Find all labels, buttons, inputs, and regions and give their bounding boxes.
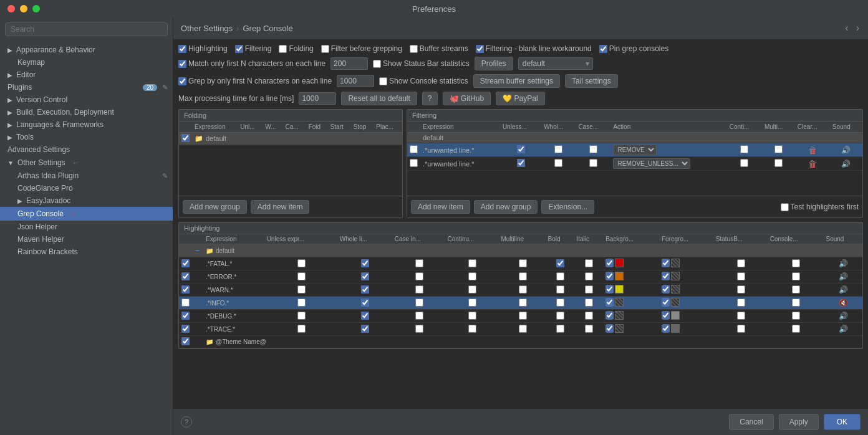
hl-row-multiline[interactable] bbox=[499, 310, 546, 323]
maximize-button[interactable] bbox=[32, 5, 40, 12]
table-row[interactable]: .*ERROR.* bbox=[179, 270, 862, 284]
sound-icon[interactable]: 🔊 bbox=[839, 325, 848, 333]
hl-row-foreground[interactable] bbox=[660, 323, 714, 336]
flt-row-multi[interactable] bbox=[762, 157, 795, 171]
hl-row-consoled[interactable] bbox=[768, 323, 824, 336]
bg-color-swatch[interactable] bbox=[615, 259, 624, 267]
hl-row-whole[interactable] bbox=[338, 310, 393, 323]
sidebar-item-editor[interactable]: ▶ Editor bbox=[0, 69, 173, 81]
hl-row-case[interactable] bbox=[393, 270, 446, 284]
hl-row-continu[interactable] bbox=[446, 270, 499, 284]
cb-match-first-n[interactable]: Match only first N characters on each li… bbox=[178, 59, 326, 68]
bg-pattern-swatch[interactable] bbox=[615, 298, 624, 307]
hl-row-sound[interactable]: 🔊 bbox=[824, 270, 862, 284]
hl-row-bold[interactable] bbox=[546, 257, 575, 270]
hl-row-italic[interactable] bbox=[574, 297, 604, 310]
table-row[interactable]: 📁@Theme Name@ bbox=[179, 336, 862, 348]
flt-row-clear[interactable]: 🗑 bbox=[795, 143, 830, 157]
hl-row-cb[interactable] bbox=[179, 336, 191, 348]
sound-icon[interactable]: 🔊 bbox=[841, 146, 851, 155]
cb-filtering[interactable]: Filtering bbox=[235, 44, 272, 53]
sound-icon[interactable]: 🔊 bbox=[839, 272, 848, 281]
flt-action-select[interactable]: REMOVE bbox=[613, 145, 657, 155]
match-first-n-checkbox[interactable] bbox=[178, 60, 186, 68]
hl-row-case[interactable] bbox=[393, 297, 446, 310]
hl-row-background[interactable] bbox=[604, 297, 660, 310]
grep-first-n-checkbox[interactable] bbox=[178, 77, 186, 85]
hl-row-bold[interactable] bbox=[546, 284, 575, 297]
flt-row-cb[interactable] bbox=[407, 143, 420, 157]
bg-pattern-swatch[interactable] bbox=[615, 311, 624, 320]
apply-button[interactable]: Apply bbox=[779, 414, 819, 430]
cb-filtering-blank[interactable]: Filtering - blank line workaround bbox=[476, 44, 592, 53]
table-row[interactable]: .*unwanted line.* REMOVE 🗑 bbox=[407, 143, 862, 157]
minimize-button[interactable] bbox=[20, 5, 27, 12]
folding-add-group-button[interactable]: Add new group bbox=[183, 200, 247, 214]
flt-row-case[interactable] bbox=[576, 143, 610, 157]
filtering-add-item-button[interactable]: Add new item bbox=[411, 200, 470, 214]
cb-show-status-bar[interactable]: Show Status Bar statistics bbox=[373, 59, 470, 68]
sidebar-item-tools[interactable]: ▶ Tools bbox=[0, 131, 173, 143]
hl-row-continu[interactable] bbox=[446, 323, 499, 336]
fg-color-swatch[interactable] bbox=[671, 324, 680, 333]
hl-row-background[interactable] bbox=[604, 284, 660, 297]
hl-row-italic[interactable] bbox=[574, 284, 604, 297]
fg-color-swatch[interactable] bbox=[671, 311, 680, 320]
sound-muted-icon[interactable]: 🔇 bbox=[839, 299, 848, 307]
sidebar-item-keymap[interactable]: Keymap bbox=[0, 56, 173, 69]
flt-row-clear[interactable]: 🗑 bbox=[795, 157, 830, 171]
hl-row-consoled[interactable] bbox=[768, 284, 824, 297]
hl-row-background[interactable] bbox=[604, 257, 660, 270]
sidebar-item-grep-console[interactable]: Grep Console ← bbox=[0, 207, 173, 221]
sidebar-item-build[interactable]: ▶ Build, Execution, Deployment bbox=[0, 106, 173, 118]
flt-row-action[interactable]: REMOVE bbox=[610, 143, 726, 157]
flt-row-conti[interactable] bbox=[727, 143, 762, 157]
minus-icon[interactable]: − bbox=[193, 246, 201, 256]
tail-settings-button[interactable]: Tail settings bbox=[565, 74, 618, 88]
hl-row-statusb[interactable] bbox=[714, 284, 768, 297]
cancel-button[interactable]: Cancel bbox=[729, 414, 773, 430]
hl-row-continu[interactable] bbox=[446, 284, 499, 297]
hl-row-minus[interactable]: − bbox=[191, 244, 204, 257]
table-row[interactable]: − 📁default bbox=[179, 244, 862, 257]
plugins-edit-icon[interactable]: ✎ bbox=[162, 84, 168, 92]
github-button[interactable]: 🐙 GitHub bbox=[443, 92, 491, 105]
hl-row-multiline[interactable] bbox=[499, 270, 546, 284]
hl-row-unless[interactable] bbox=[265, 310, 338, 323]
flt-delete-icon[interactable]: 🗑 bbox=[807, 159, 818, 169]
sidebar-item-arthas[interactable]: Arthas Idea Plugin ✎ bbox=[0, 170, 173, 182]
hl-row-consoled[interactable] bbox=[768, 297, 824, 310]
table-row[interactable]: .*INFO.* bbox=[179, 297, 862, 310]
flt-row-cb[interactable] bbox=[407, 157, 420, 171]
sidebar-item-rainbow-brackets[interactable]: Rainbow Brackets bbox=[0, 246, 173, 258]
filtering-extension-button[interactable]: Extension... bbox=[541, 200, 594, 214]
bg-color-swatch[interactable] bbox=[615, 285, 624, 294]
hl-row-case[interactable] bbox=[393, 310, 446, 323]
filtering-add-group-button[interactable]: Add new group bbox=[474, 200, 538, 214]
hl-row-whole[interactable] bbox=[338, 323, 393, 336]
sidebar-item-codeglance[interactable]: CodeGlance Pro bbox=[0, 182, 173, 194]
table-row[interactable]: .*DEBUG.* bbox=[179, 310, 862, 323]
hl-row-case[interactable] bbox=[393, 257, 446, 270]
hl-row-multiline[interactable] bbox=[499, 284, 546, 297]
table-row[interactable]: .*TRACE.* bbox=[179, 323, 862, 336]
hl-row-statusb[interactable] bbox=[714, 323, 768, 336]
cb-folding[interactable]: Folding bbox=[279, 44, 313, 53]
arthas-edit-icon[interactable]: ✎ bbox=[162, 172, 168, 180]
pin-grep-checkbox[interactable] bbox=[599, 45, 607, 53]
hl-row-unless[interactable] bbox=[265, 270, 338, 284]
hl-row-statusb[interactable] bbox=[714, 270, 768, 284]
hl-row-sound[interactable]: 🔊 bbox=[824, 323, 862, 336]
sidebar-item-plugins[interactable]: Plugins 20 ✎ bbox=[0, 81, 173, 93]
hl-row-bold[interactable] bbox=[546, 323, 575, 336]
hl-row-consoled[interactable] bbox=[768, 257, 824, 270]
hl-row-cb[interactable] bbox=[179, 257, 191, 270]
hl-row-whole[interactable] bbox=[338, 270, 393, 284]
hl-row-foreground[interactable] bbox=[660, 284, 714, 297]
cb-test-highlighters[interactable]: Test highlighters first bbox=[781, 200, 859, 214]
hl-row-italic[interactable] bbox=[574, 323, 604, 336]
cb-grep-first-n[interactable]: Grep by only first N characters on each … bbox=[178, 77, 332, 85]
hl-row-sound[interactable]: 🔊 bbox=[824, 257, 862, 270]
hl-row-sound[interactable]: 🔇 bbox=[824, 297, 862, 310]
window-controls[interactable] bbox=[7, 5, 40, 12]
